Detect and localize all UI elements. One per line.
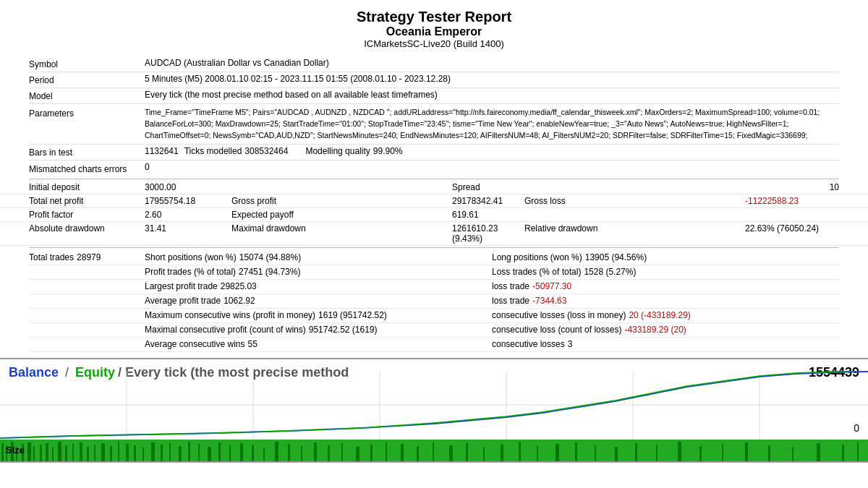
- svg-rect-32: [169, 443, 171, 461]
- svg-rect-53: [433, 442, 434, 461]
- bars-value-group: 1132641 Ticks modelled 308532464 Modelli…: [145, 146, 839, 156]
- maximal-consec-profit-label: Maximal consecutive profit (count of win…: [145, 325, 306, 335]
- avg-consec-wins-cell: Average consecutive wins 55: [145, 339, 492, 350]
- svg-rect-69: [745, 442, 748, 461]
- max-drawdown-label: Maximal drawdown: [231, 223, 452, 234]
- profit-trades-row: Profit trades (% of total) 27451 (94.73%…: [29, 265, 839, 280]
- deposit-row: Initial deposit 3000.00 Spread 10: [0, 181, 868, 194]
- symbol-value: AUDCAD (Australian Dollar vs Canadian Do…: [145, 58, 839, 68]
- ticks-value: 308532464: [244, 146, 288, 156]
- maximal-consec-loss-value: -433189.29 (20): [624, 325, 686, 335]
- profit-trades-value: 27451 (94.73%): [239, 267, 300, 277]
- average-empty: [29, 296, 145, 307]
- svg-rect-49: [370, 445, 373, 461]
- period-value: 5 Minutes (M5) 2008.01.10 02:15 - 2023.1…: [145, 74, 839, 84]
- svg-rect-64: [635, 443, 637, 461]
- data-section: Symbol AUDCAD (Australian Dollar vs Cana…: [0, 53, 868, 177]
- largest-profit-value: 29825.03: [221, 281, 257, 291]
- svg-rect-46: [328, 445, 330, 461]
- average-loss-label: loss trade: [492, 296, 529, 306]
- expected-payoff-label: Expected payoff: [231, 210, 452, 220]
- svg-rect-51: [401, 444, 404, 461]
- svg-rect-55: [466, 443, 468, 461]
- svg-rect-45: [314, 442, 317, 461]
- svg-rect-21: [80, 442, 82, 461]
- max-consec-wins-value: 1619 (951742.52): [318, 310, 387, 320]
- parameters-value: Time_Frame="TimeFrame M5"; Pairs="AUDCAD…: [145, 107, 839, 141]
- report-container: Strategy Tester Report Oceania Emperor I…: [0, 0, 868, 463]
- svg-rect-39: [240, 443, 243, 461]
- svg-rect-54: [449, 445, 453, 461]
- svg-rect-60: [556, 444, 559, 461]
- short-label: Short positions (won %): [145, 252, 237, 262]
- largest-empty: [29, 281, 145, 292]
- svg-rect-52: [417, 446, 419, 461]
- svg-rect-22: [87, 447, 89, 461]
- avg-consec-row: Average consecutive wins 55 consecutive …: [29, 338, 839, 352]
- svg-rect-57: [501, 445, 503, 461]
- profit-trades-cell: Profit trades (% of total) 27451 (94.73%…: [145, 267, 492, 278]
- model-label: Model: [29, 90, 145, 101]
- divider-2: [29, 247, 839, 248]
- svg-rect-59: [537, 446, 538, 461]
- period-label: Period: [29, 74, 145, 85]
- svg-rect-28: [134, 445, 136, 461]
- svg-rect-47: [341, 443, 343, 461]
- svg-rect-25: [110, 446, 112, 461]
- gross-profit-label: Gross profit: [231, 196, 452, 206]
- report-subtitle: Oceania Emperor: [0, 25, 868, 38]
- average-profit-cell: Average profit trade 1062.92: [145, 296, 492, 307]
- svg-rect-73: [842, 445, 844, 461]
- divider-1: [29, 179, 839, 179]
- avg-consec-losses-cell: consecutive losses 3: [492, 339, 839, 350]
- avg-consec-losses-label: consecutive losses: [492, 339, 565, 349]
- svg-rect-68: [722, 444, 723, 461]
- mismatched-value: 0: [145, 162, 839, 172]
- net-profit-value: 17955754.18: [145, 196, 231, 206]
- max-consec-losses-label: consecutive losses (loss in money): [492, 310, 626, 320]
- svg-rect-38: [229, 445, 231, 461]
- svg-rect-29: [142, 448, 144, 461]
- svg-rect-24: [101, 443, 105, 461]
- largest-loss-value: -50977.30: [532, 281, 571, 291]
- profit-factor-row: Profit factor 2.60 Expected payoff 619.6…: [0, 208, 868, 222]
- average-loss-cell: loss trade -7344.63: [492, 296, 839, 307]
- trades-section: Total trades 28979 Short positions (won …: [0, 249, 868, 354]
- svg-rect-14: [33, 446, 35, 461]
- svg-rect-63: [615, 447, 618, 461]
- maximal-consec-loss-label: consecutive loss (count of losses): [492, 325, 621, 335]
- profit-factor-label: Profit factor: [29, 210, 145, 220]
- bar-chart-svg: [0, 440, 868, 461]
- svg-rect-62: [595, 445, 596, 461]
- max-consec-row: Maximum consecutive wins (profit in mone…: [29, 309, 839, 323]
- report-meta: ICMarketsSC-Live20 (Build 1400): [0, 38, 868, 49]
- svg-rect-72: [817, 443, 820, 461]
- svg-rect-13: [27, 442, 31, 461]
- svg-rect-65: [656, 445, 658, 461]
- spread-value: 10: [745, 182, 839, 192]
- max-consec-losses-cell: consecutive losses (loss in money) 20 (-…: [492, 310, 839, 321]
- svg-rect-20: [72, 444, 74, 461]
- largest-loss-cell: loss trade -50977.30: [492, 281, 839, 292]
- svg-rect-71: [792, 448, 793, 461]
- svg-rect-43: [288, 444, 290, 461]
- svg-rect-37: [218, 442, 221, 461]
- gross-loss-label: Gross loss: [524, 196, 745, 206]
- svg-rect-27: [126, 444, 129, 461]
- average-profit-label: Average profit trade: [145, 296, 221, 306]
- svg-rect-17: [52, 448, 54, 461]
- parameters-label: Parameters: [29, 107, 145, 119]
- svg-rect-31: [161, 445, 163, 461]
- long-trades-cell: Long positions (won %) 13905 (94.56%): [492, 252, 839, 263]
- chart-zero: 0: [854, 422, 859, 434]
- total-trades-label: Total trades: [29, 252, 74, 262]
- average-profit-value: 1062.92: [224, 296, 255, 306]
- svg-rect-26: [118, 442, 119, 461]
- net-profit-label: Total net profit: [29, 196, 145, 206]
- bars-label: Bars in test: [29, 146, 145, 158]
- bars-value: 1132641: [145, 146, 179, 156]
- svg-rect-40: [252, 445, 254, 461]
- max-consec-empty: [29, 310, 145, 321]
- svg-rect-19: [65, 445, 67, 461]
- total-trades-row: Total trades 28979 Short positions (won …: [29, 251, 839, 265]
